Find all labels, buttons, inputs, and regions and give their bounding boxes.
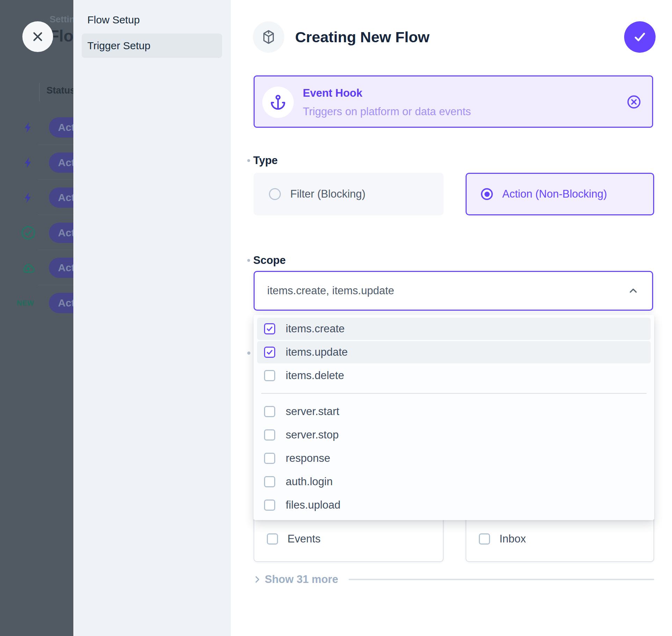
scope-dropdown-panel: items.create items.update items.delete s…	[254, 315, 654, 520]
scope-select-input[interactable]: items.create, items.update	[254, 271, 653, 311]
dropdown-option-items-delete[interactable]: items.delete	[257, 364, 651, 387]
dropdown-option-server-start[interactable]: server.start	[257, 400, 651, 423]
scope-field-label: Scope	[247, 254, 286, 267]
dropdown-option-items-update[interactable]: items.update	[257, 341, 651, 363]
checkbox-unchecked-icon[interactable]	[264, 406, 275, 417]
status-column-header: Status	[46, 85, 75, 96]
check-circle-icon	[20, 225, 36, 241]
column-divider	[39, 83, 40, 101]
dropdown-option-label: server.start	[286, 405, 339, 418]
cloud-upload-icon	[20, 260, 36, 276]
radio-option-action-non-blocking[interactable]: Action (Non-Blocking)	[466, 173, 654, 215]
dropdown-option-response[interactable]: response	[257, 447, 651, 469]
drawer-header-icon-circle	[253, 21, 284, 53]
radio-label: Action (Non-Blocking)	[502, 188, 607, 200]
box-icon	[261, 29, 277, 45]
nav-item-trigger-setup[interactable]: Trigger Setup	[82, 34, 222, 58]
dropdown-option-label: items.delete	[286, 369, 344, 382]
checkbox-unchecked-icon[interactable]	[264, 370, 275, 381]
dropdown-option-files-upload[interactable]: files.upload	[257, 494, 651, 516]
dropdown-option-label: items.create	[286, 323, 345, 335]
remove-trigger-button[interactable]	[626, 94, 642, 110]
collection-checkbox-events[interactable]: Events	[254, 516, 444, 562]
show-more-link[interactable]: Show 31 more	[265, 573, 338, 586]
dropdown-option-label: files.upload	[286, 499, 341, 511]
anchor-icon	[269, 94, 287, 111]
dropdown-option-label: items.update	[286, 346, 348, 358]
create-flow-drawer: Creating New Flow Event Hook Triggers on…	[231, 0, 672, 636]
collection-checkbox-inbox[interactable]: Inbox	[466, 516, 654, 562]
chevron-up-icon[interactable]	[627, 284, 640, 297]
trigger-card-subtitle: Triggers on platform or data events	[303, 105, 471, 118]
scope-select-value: items.create, items.update	[267, 284, 627, 297]
required-dot	[247, 159, 250, 162]
show-more-divider	[349, 579, 654, 580]
trigger-card-title: Event Hook	[303, 87, 363, 99]
radio-icon	[269, 188, 281, 200]
bolt-icon	[20, 190, 36, 206]
checkbox-unchecked-icon[interactable]	[264, 429, 275, 441]
checkbox-unchecked-icon[interactable]	[267, 533, 278, 545]
checkbox-unchecked-icon[interactable]	[479, 533, 490, 545]
dropdown-option-label: response	[286, 452, 330, 465]
required-dot	[247, 259, 250, 262]
dropdown-option-label: auth.login	[286, 475, 333, 488]
close-drawer-button[interactable]	[22, 21, 53, 52]
radio-option-filter-blocking[interactable]: Filter (Blocking)	[254, 173, 444, 215]
drawer-nav: Flow Setup Trigger Setup	[73, 0, 231, 636]
cancel-circle-icon	[626, 94, 642, 110]
checkbox-unchecked-icon[interactable]	[264, 476, 275, 487]
close-icon	[30, 29, 45, 44]
radio-selected-icon	[481, 188, 493, 200]
chevron-right-icon[interactable]	[252, 575, 262, 584]
checkbox-checked-icon[interactable]	[264, 323, 275, 334]
bolt-icon	[20, 119, 36, 135]
dropdown-divider	[261, 393, 647, 394]
checkbox-unchecked-icon[interactable]	[264, 500, 275, 511]
bolt-icon	[20, 155, 36, 171]
checkbox-checked-icon[interactable]	[264, 347, 275, 358]
nav-item-flow-setup[interactable]: Flow Setup	[82, 8, 222, 32]
dropdown-option-server-stop[interactable]: server.stop	[257, 424, 651, 446]
required-dot	[247, 352, 250, 355]
new-badge: NEW	[17, 299, 34, 307]
radio-label: Filter (Blocking)	[290, 188, 365, 200]
trigger-icon-circle	[262, 87, 294, 118]
checkbox-unchecked-icon[interactable]	[264, 453, 275, 464]
dropdown-option-label: server.stop	[286, 429, 339, 441]
confirm-button[interactable]	[624, 21, 656, 53]
type-field-label: Type	[247, 154, 278, 167]
collection-card-label: Events	[287, 533, 321, 545]
dropdown-option-auth-login[interactable]: auth.login	[257, 471, 651, 493]
trigger-type-card[interactable]: Event Hook Triggers on platform or data …	[254, 75, 653, 128]
show-more-row: Show 31 more	[252, 571, 654, 588]
drawer-title: Creating New Flow	[295, 29, 430, 46]
dropdown-option-items-create[interactable]: items.create	[257, 318, 651, 340]
check-icon	[632, 29, 648, 45]
collection-card-label: Inbox	[499, 533, 526, 545]
